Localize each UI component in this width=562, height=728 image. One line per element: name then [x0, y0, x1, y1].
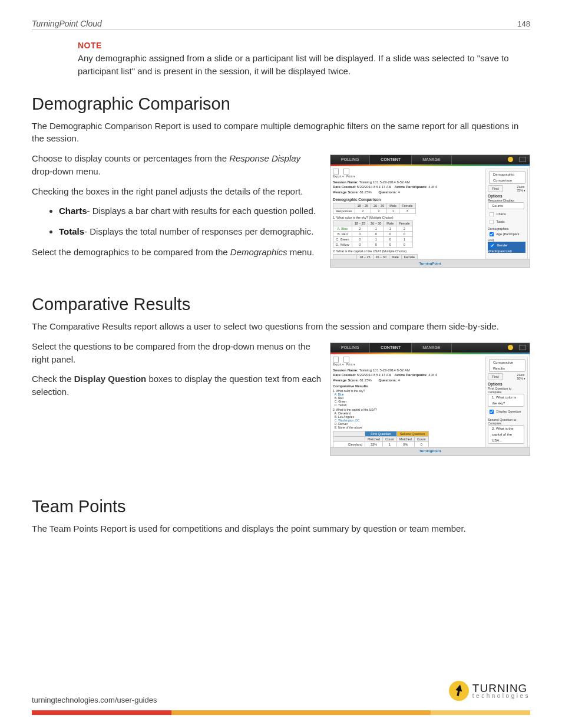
- date-created-label: Date Created:: [333, 185, 356, 189]
- doc-header: TurningPoint Cloud 148: [32, 19, 530, 30]
- tab-content[interactable]: CONTENT: [370, 343, 412, 353]
- fig2-tabs: POLLING CONTENT MANAGE: [330, 343, 530, 353]
- options-label: Options: [488, 194, 525, 198]
- tab-manage[interactable]: MANAGE: [412, 155, 451, 164]
- note-block: NOTE Any demographic assigned from a sli…: [78, 41, 530, 78]
- fig2-options-panel: Comparative Results Find Zoom50% ▾ Optio…: [485, 357, 528, 456]
- questions-value: 4: [398, 378, 400, 382]
- avg-score-label: Average Score:: [333, 190, 359, 194]
- tab-polling[interactable]: POLLING: [330, 343, 370, 353]
- second-q-dropdown[interactable]: 2. What is the capital of the USA...: [488, 425, 524, 444]
- print-label: Print: [346, 174, 352, 178]
- display-q1-label: Display Question: [497, 410, 521, 413]
- feedback-icon[interactable]: [519, 345, 526, 350]
- ap-label: Active Participants:: [394, 185, 427, 189]
- brand-label: TurningPoint: [419, 262, 441, 265]
- totals-checkbox[interactable]: [490, 220, 494, 224]
- fig1-q1: 1. What color is the sky? (Multiple Choi…: [333, 216, 484, 219]
- demo-p1: Choose to display counts or percentages …: [32, 152, 326, 178]
- export-label: Export: [333, 174, 341, 178]
- tab-content[interactable]: CONTENT: [370, 155, 412, 164]
- questions-label: Questions:: [379, 190, 397, 194]
- session-name: Training 101 5-23-2014 8-52 AM: [359, 180, 410, 184]
- options-label: Options: [488, 382, 525, 386]
- help-icon[interactable]: [508, 345, 513, 350]
- report-type-dropdown[interactable]: Comparative Results: [489, 359, 525, 372]
- find-button[interactable]: Find: [488, 373, 503, 380]
- print-label: Print: [346, 363, 352, 366]
- heading-demographic-comparison: Demographic Comparison: [32, 94, 530, 114]
- fig1-responses-table: 18 – 2526 – 30MaleFemale Responses2213: [333, 203, 416, 214]
- export-icon[interactable]: [333, 169, 339, 174]
- print-icon[interactable]: [343, 357, 349, 363]
- export-label: Export: [333, 363, 341, 366]
- comp-p2: Check the Display Question boxes to disp…: [32, 373, 326, 398]
- find-button[interactable]: Find: [488, 185, 503, 192]
- resp-disp-dropdown[interactable]: Counts: [488, 202, 524, 209]
- report-type-dropdown[interactable]: Demographic Comparison: [489, 171, 525, 184]
- heading-team-points: Team Points: [32, 497, 530, 516]
- heading-comparative-results: Comparative Results: [32, 295, 530, 314]
- team-intro: The Team Points Report is used for compe…: [32, 522, 530, 535]
- first-q-dropdown[interactable]: 1. What color is the sky?: [488, 394, 524, 407]
- date-created-label: Date Created:: [333, 373, 356, 377]
- note-text: Any demographic assigned from a slide or…: [78, 52, 530, 78]
- ap-value: 4 of 4: [428, 373, 437, 377]
- fig2-q2: 2. What is the capital of the USA? A. Cl…: [333, 408, 484, 429]
- fig1-heading: Demographic Comparison: [333, 197, 484, 202]
- page-number: 148: [517, 19, 530, 28]
- demo-p2: Checking the boxes in the right panel ad…: [32, 185, 326, 198]
- print-icon[interactable]: [343, 169, 349, 174]
- session-name: Training 101 5-23-2014 8-52 AM: [359, 368, 410, 372]
- feedback-icon[interactable]: [519, 157, 526, 162]
- avg-score: 81.25%: [359, 190, 371, 194]
- charts-checkbox[interactable]: [490, 212, 494, 216]
- second-q-label: Second Question to Compare:: [488, 418, 525, 425]
- demo-p3: Select the demographics to be compared f…: [32, 246, 326, 259]
- fig1-options-panel: Demographic Comparison Find Zoom75% ▾ Op…: [485, 169, 528, 268]
- zoom-value[interactable]: 75%: [517, 189, 523, 192]
- fig1-q2: 2. What is the capital of the USA? (Mult…: [333, 249, 484, 253]
- page-footer: turningtechnologies.com/user-guides TURN…: [0, 696, 562, 717]
- totals-checkbox-label: Totals: [496, 220, 504, 223]
- age-checkbox[interactable]: [490, 232, 494, 236]
- avg-score: 81.25%: [359, 378, 371, 382]
- questions-value: 4: [398, 190, 400, 194]
- questions-label: Questions:: [379, 378, 397, 382]
- logo-text-main: TURNING: [472, 683, 530, 693]
- avg-score-label: Average Score:: [333, 378, 359, 382]
- date-created: 5/23/2014 8:51:17 AM: [357, 185, 392, 189]
- zoom-value[interactable]: 50%: [517, 377, 523, 380]
- demo-options-list: Charts- Displays a bar chart with result…: [59, 205, 326, 238]
- figure-comparative-results: POLLING CONTENT MANAGE Export ▾ Print ▾ …: [330, 342, 530, 456]
- demo-intro: The Demographic Comparison Report is use…: [32, 120, 530, 146]
- date-created: 5/23/2014 8:51:17 AM: [357, 373, 392, 377]
- logo-text-sub: technologies: [472, 693, 530, 699]
- ap-label: Active Participants:: [394, 373, 427, 377]
- fig2-q1: 1. What color is the sky? A. Blue B. Red…: [333, 389, 484, 407]
- tab-polling[interactable]: POLLING: [330, 155, 370, 164]
- brand-label: TurningPoint: [419, 449, 441, 453]
- display-q1-checkbox[interactable]: [490, 410, 494, 414]
- comp-p1: Select the questions to be compared from…: [32, 340, 326, 366]
- charts-checkbox-label: Charts: [497, 212, 506, 216]
- help-icon[interactable]: [508, 157, 513, 162]
- company-logo: TURNING technologies: [449, 681, 530, 701]
- fig-tabs: POLLING CONTENT MANAGE: [330, 155, 530, 164]
- session-name-label: Session Name:: [333, 180, 358, 184]
- comp-intro: The Comparative Results report allows a …: [32, 320, 530, 333]
- footer-stripe: [32, 710, 530, 715]
- ap-value: 4 of 4: [428, 185, 437, 189]
- fig2-heading: Comparative Results: [333, 384, 484, 388]
- tab-manage[interactable]: MANAGE: [412, 343, 451, 353]
- first-q-label: First Question to Compare:: [488, 387, 525, 394]
- doc-title: TurningPoint Cloud: [32, 19, 102, 28]
- export-icon[interactable]: [333, 357, 339, 363]
- session-name-label: Session Name:: [333, 368, 358, 372]
- gender-checkbox[interactable]: [490, 243, 494, 248]
- fig1-q1-table: 18 – 2526 – 30MaleFemale A. Blue2112 B. …: [333, 220, 413, 248]
- logo-mark-icon: [449, 681, 469, 701]
- figure-demographic-comparison: POLLING CONTENT MANAGE Export ▾ Print ▾ …: [330, 154, 530, 268]
- note-label: NOTE: [78, 41, 530, 50]
